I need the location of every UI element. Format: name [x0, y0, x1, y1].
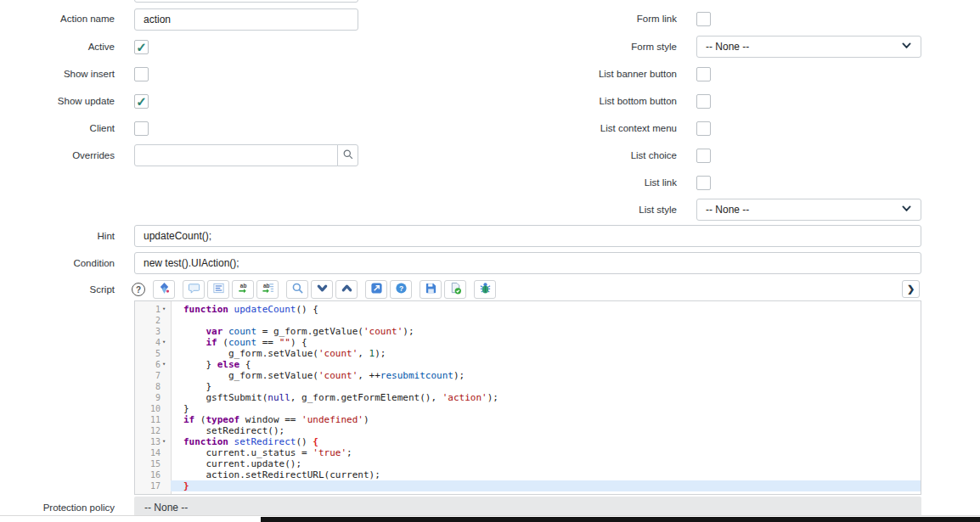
- list-link-checkbox[interactable]: [696, 176, 711, 190]
- hint-label: Hint: [0, 230, 115, 243]
- save-button[interactable]: [420, 280, 442, 299]
- chevron-right-icon: ❯: [907, 283, 915, 295]
- line-number: 3: [135, 326, 171, 337]
- open-in-window-button[interactable]: [365, 280, 387, 299]
- search-icon: [291, 282, 304, 297]
- code-text: }: [171, 381, 921, 392]
- fold-arrow-icon[interactable]: ▾: [161, 337, 167, 348]
- search-icon: [342, 149, 354, 163]
- search-button[interactable]: [286, 280, 308, 299]
- api-help-button[interactable]: ?: [390, 280, 412, 299]
- line-number: 8: [135, 381, 171, 392]
- fold-arrow-icon[interactable]: ▾: [161, 304, 167, 315]
- partial-input-above[interactable]: [134, 0, 358, 3]
- code-line-1[interactable]: 1▾function updateCount() {: [135, 304, 921, 315]
- show-update-checkbox[interactable]: [134, 94, 149, 109]
- list-style-select[interactable]: -- None --: [696, 199, 921, 221]
- chevron-down-icon: [901, 40, 912, 53]
- list-choice-label: List choice: [476, 149, 677, 162]
- list-context-menu-checkbox[interactable]: [696, 121, 711, 136]
- client-checkbox[interactable]: [134, 121, 149, 136]
- code-line-9[interactable]: 9 gsftSubmit(null, g_form.getFormElement…: [135, 392, 921, 403]
- form-link-checkbox[interactable]: [696, 12, 711, 26]
- line-number: 10: [135, 403, 171, 414]
- svg-text:ab: ab: [239, 283, 246, 289]
- find-previous-button[interactable]: [335, 280, 358, 299]
- overrides-label: Overrides: [0, 149, 115, 162]
- replace-all-button[interactable]: ab: [256, 280, 279, 299]
- save-icon: [425, 282, 437, 297]
- code-line-17[interactable]: 17}: [135, 480, 921, 491]
- chevron-down-icon: [901, 203, 912, 216]
- format-code-button[interactable]: [207, 280, 229, 299]
- code-text: g_form.setValue('count', ++resubmitcount…: [171, 370, 921, 381]
- code-line-10[interactable]: 10}: [135, 403, 921, 414]
- list-choice-checkbox[interactable]: [696, 149, 711, 163]
- script-debugger-button[interactable]: [474, 280, 496, 299]
- list-banner-button-checkbox[interactable]: [696, 67, 711, 81]
- bottom-black-bar: [261, 517, 980, 522]
- script-editor-toolbar: ? ab ab: [132, 279, 496, 300]
- replace-button[interactable]: ab: [232, 280, 254, 299]
- list-banner-button-label: List banner button: [476, 68, 677, 81]
- format-code-icon: [212, 282, 225, 297]
- line-number: 17: [135, 480, 171, 491]
- hint-input[interactable]: [134, 225, 921, 247]
- list-context-menu-label: List context menu: [476, 122, 677, 135]
- bug-icon: [479, 282, 492, 297]
- code-line-5[interactable]: 5 g_form.setValue('count', 1);: [135, 348, 921, 359]
- code-line-12[interactable]: 12 setRedirect();: [135, 425, 921, 436]
- condition-label: Condition: [0, 257, 115, 270]
- code-text: if (count == "") {: [171, 337, 921, 348]
- form-style-value: -- None --: [706, 41, 749, 53]
- code-text: }: [171, 480, 921, 491]
- code-line-8[interactable]: 8 }: [135, 381, 921, 392]
- code-line-4[interactable]: 4▾ if (count == "") {: [135, 337, 921, 348]
- action-name-label: Action name: [0, 13, 115, 25]
- line-number: 7: [135, 370, 171, 381]
- code-text: }: [171, 403, 921, 414]
- toggle-comment-button[interactable]: [183, 280, 205, 299]
- code-line-16[interactable]: 16 action.setRedirectURL(current);: [135, 469, 921, 480]
- fold-arrow-icon[interactable]: ▾: [161, 436, 167, 447]
- list-style-label: List style: [476, 204, 677, 216]
- show-insert-checkbox[interactable]: [134, 67, 149, 81]
- code-text: if (typeof window == 'undefined'): [171, 414, 921, 425]
- form-link-label: Form link: [476, 13, 677, 25]
- fold-arrow-icon[interactable]: ▾: [161, 359, 167, 370]
- code-text: } else {: [171, 359, 921, 370]
- script-code-editor[interactable]: 1▾function updateCount() {23 var count =…: [134, 300, 921, 495]
- list-style-value: -- None --: [706, 204, 749, 216]
- script-label: Script: [0, 283, 115, 296]
- syntax-check-button[interactable]: [444, 280, 466, 299]
- question-circle-icon: ?: [395, 282, 408, 297]
- overrides-lookup-button[interactable]: [337, 144, 358, 166]
- line-number: 16: [135, 469, 171, 480]
- overrides-input[interactable]: [134, 144, 338, 166]
- form-style-select[interactable]: -- None --: [696, 36, 921, 58]
- code-text: gsftSubmit(null, g_form.getFormElement()…: [171, 392, 921, 403]
- code-line-14[interactable]: 14 current.u_status = 'true';: [135, 447, 921, 458]
- code-line-15[interactable]: 15 current.update();: [135, 458, 921, 469]
- line-number: 12: [135, 425, 171, 436]
- svg-text:ab: ab: [262, 283, 269, 289]
- code-line-7[interactable]: 7 g_form.setValue('count', ++resubmitcou…: [135, 370, 921, 381]
- code-text: function setRedirect() {: [171, 436, 921, 447]
- action-name-input[interactable]: [134, 8, 358, 31]
- list-bottom-button-checkbox[interactable]: [696, 94, 711, 109]
- condition-input[interactable]: [134, 252, 921, 274]
- code-line-2[interactable]: 2: [135, 315, 921, 326]
- find-next-button[interactable]: [311, 280, 333, 299]
- line-number: 6▾: [135, 359, 171, 370]
- code-line-13[interactable]: 13▾function setRedirect() {: [135, 436, 921, 447]
- code-line-6[interactable]: 6▾ } else {: [135, 359, 921, 370]
- code-text: [171, 315, 921, 326]
- help-icon[interactable]: ?: [132, 283, 145, 296]
- code-line-11[interactable]: 11if (typeof window == 'undefined'): [135, 414, 921, 425]
- line-number: 15: [135, 458, 171, 469]
- active-checkbox[interactable]: [134, 40, 149, 54]
- expand-editor-button[interactable]: ❯: [902, 280, 920, 298]
- syntax-editor-toggle-button[interactable]: [153, 280, 175, 299]
- syntax-check-icon: [449, 282, 462, 297]
- code-line-3[interactable]: 3 var count = g_form.getValue('count');: [135, 326, 921, 337]
